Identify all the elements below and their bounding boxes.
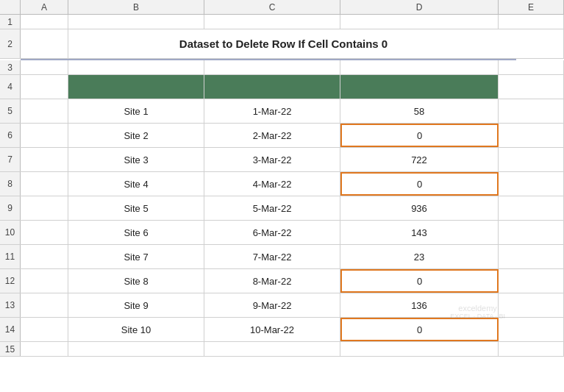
cell-e14[interactable] (499, 318, 564, 341)
cell-e15[interactable] (499, 342, 564, 356)
table-row: 6Site 22-Mar-220 (0, 124, 564, 148)
cell-date-6[interactable]: 2-Mar-22 (204, 124, 340, 147)
cell-e13[interactable] (499, 293, 564, 317)
corner-cell (0, 0, 21, 14)
cell-e2[interactable] (499, 29, 564, 58)
cell-a1[interactable] (21, 15, 68, 29)
row-15: 15 (0, 342, 564, 357)
cell-date-8[interactable]: 4-Mar-22 (204, 172, 340, 196)
row-num-8: 8 (0, 172, 21, 196)
table-row: 10Site 66-Mar-22143 (0, 221, 564, 245)
col-number-of-visits (340, 75, 499, 99)
cell-a12[interactable] (21, 269, 68, 293)
cell-e1[interactable] (499, 15, 564, 29)
cell-site-name-9[interactable]: Site 5 (68, 196, 204, 220)
row-1: 1 (0, 15, 564, 29)
cell-d3[interactable] (340, 60, 499, 74)
cell-site-name-10[interactable]: Site 6 (68, 221, 204, 244)
cell-visits-9[interactable]: 936 (340, 196, 499, 220)
cell-visits-5[interactable]: 58 (340, 99, 499, 123)
cell-date-12[interactable]: 8-Mar-22 (204, 269, 340, 293)
cell-date-5[interactable]: 1-Mar-22 (204, 99, 340, 123)
cell-b15[interactable] (68, 342, 204, 356)
cell-a9[interactable] (21, 196, 68, 220)
cell-date-13[interactable]: 9-Mar-22 (204, 293, 340, 317)
cell-site-name-12[interactable]: Site 8 (68, 269, 204, 293)
cell-d15[interactable] (340, 342, 499, 356)
spreadsheet: A B C D E 1 2Dataset to Delete Row If Ce… (0, 0, 564, 357)
cell-a14[interactable] (21, 318, 68, 341)
cell-c3[interactable] (204, 60, 340, 74)
col-header-row: A B C D E (0, 0, 564, 15)
cell-a3[interactable] (21, 60, 68, 74)
row-num-14: 14 (0, 318, 21, 341)
cell-a13[interactable] (21, 293, 68, 317)
cell-a2[interactable] (21, 29, 68, 58)
row-num-12: 12 (0, 269, 21, 293)
cell-e4[interactable] (499, 75, 564, 99)
row-num-1: 1 (0, 15, 21, 29)
cell-visits-10[interactable]: 143 (340, 221, 499, 244)
cell-b1[interactable] (68, 15, 204, 29)
cell-date-14[interactable]: 10-Mar-22 (204, 318, 340, 341)
cell-e7[interactable] (499, 148, 564, 171)
cell-a11[interactable] (21, 245, 68, 268)
cell-a15[interactable] (21, 342, 68, 356)
cell-date-10[interactable]: 6-Mar-22 (204, 221, 340, 244)
cell-visits-6[interactable]: 0 (340, 124, 499, 147)
cell-e3[interactable] (499, 60, 564, 74)
row-num-3: 3 (0, 60, 21, 74)
cell-site-name-11[interactable]: Site 7 (68, 245, 204, 268)
cell-a7[interactable] (21, 148, 68, 171)
col-name-of-sites (68, 75, 204, 99)
cell-visits-8[interactable]: 0 (340, 172, 499, 196)
cell-site-name-6[interactable]: Site 2 (68, 124, 204, 147)
cell-e6[interactable] (499, 124, 564, 147)
cell-b3[interactable] (68, 60, 204, 74)
cell-d1[interactable] (340, 15, 499, 29)
spreadsheet-title: Dataset to Delete Row If Cell Contains 0 (68, 29, 499, 58)
cell-e11[interactable] (499, 245, 564, 268)
cell-a10[interactable] (21, 221, 68, 244)
cell-site-name-14[interactable]: Site 10 (68, 318, 204, 341)
cell-a4[interactable] (21, 75, 68, 99)
cell-site-name-7[interactable]: Site 3 (68, 148, 204, 171)
cell-a5[interactable] (21, 99, 68, 123)
cell-e10[interactable] (499, 221, 564, 244)
cell-site-name-13[interactable]: Site 9 (68, 293, 204, 317)
cell-e8[interactable] (499, 172, 564, 196)
row-num-2: 2 (0, 29, 21, 58)
cell-a8[interactable] (21, 172, 68, 196)
cell-c1[interactable] (204, 15, 340, 29)
row-num-11: 11 (0, 245, 21, 268)
row-2: 2Dataset to Delete Row If Cell Contains … (0, 29, 564, 59)
cell-visits-7[interactable]: 722 (340, 148, 499, 171)
cell-a6[interactable] (21, 124, 68, 147)
table-row: 13Site 99-Mar-22136 (0, 293, 564, 318)
row-num-13: 13 (0, 293, 21, 317)
col-header-d: D (340, 0, 499, 14)
cell-site-name-8[interactable]: Site 4 (68, 172, 204, 196)
cell-c15[interactable] (204, 342, 340, 356)
cell-visits-14[interactable]: 0 (340, 318, 499, 341)
row-num-5: 5 (0, 99, 21, 123)
cell-e9[interactable] (499, 196, 564, 220)
cell-e5[interactable] (499, 99, 564, 123)
table-row: 12Site 88-Mar-220 (0, 269, 564, 293)
cell-date-9[interactable]: 5-Mar-22 (204, 196, 340, 220)
cell-visits-13[interactable]: 136 (340, 293, 499, 317)
table-row: 14Site 1010-Mar-220 (0, 318, 564, 342)
cell-date-11[interactable]: 7-Mar-22 (204, 245, 340, 268)
col-header-c: C (204, 0, 340, 14)
table-row: 5Site 11-Mar-2258 (0, 99, 564, 124)
cell-visits-12[interactable]: 0 (340, 269, 499, 293)
cell-site-name-5[interactable]: Site 1 (68, 99, 204, 123)
data-rows: 5Site 11-Mar-22586Site 22-Mar-2207Site 3… (0, 99, 564, 342)
row-num-15: 15 (0, 342, 21, 356)
cell-e12[interactable] (499, 269, 564, 293)
cell-date-7[interactable]: 3-Mar-22 (204, 148, 340, 171)
col-header-a: A (21, 0, 68, 14)
row-num-4: 4 (0, 75, 21, 99)
cell-visits-11[interactable]: 23 (340, 245, 499, 268)
col-date (204, 75, 340, 99)
